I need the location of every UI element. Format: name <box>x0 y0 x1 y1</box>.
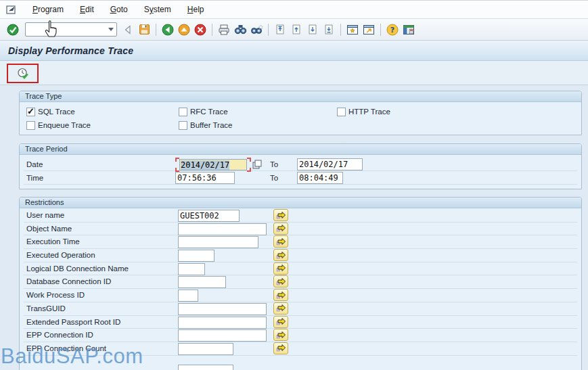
group-trace-period: Trace Period Date 2014/02/17 To <box>19 143 582 189</box>
enter-check-icon[interactable] <box>5 22 20 37</box>
time-label: Time <box>26 174 43 182</box>
execute-clock-check-icon[interactable] <box>14 66 32 81</box>
transguid-field[interactable] <box>178 303 267 315</box>
work-process-id-field[interactable] <box>178 290 198 302</box>
row-label: Logical DB Connection Name <box>26 264 129 273</box>
epp-connection-id-multi-select-button[interactable] <box>273 329 288 341</box>
date-to-label: To <box>270 160 278 168</box>
checkbox-item-http-trace: HTTP Trace <box>337 106 390 117</box>
group-trace-type-header: Trace Type <box>20 91 581 102</box>
sql-trace-checkbox[interactable] <box>26 108 35 116</box>
executed-operation-multi-select-button[interactable] <box>273 249 288 261</box>
date-to-field[interactable] <box>297 158 363 170</box>
object-name-field[interactable] <box>178 223 267 235</box>
last-page-icon[interactable] <box>321 22 336 37</box>
http-trace-checkbox[interactable] <box>337 108 346 116</box>
back-green-icon[interactable] <box>160 22 175 37</box>
command-field[interactable] <box>25 22 117 37</box>
control-menu-icon[interactable] <box>4 3 19 16</box>
transguid-multi-select-button[interactable] <box>273 302 288 315</box>
epp-connection-id-field[interactable] <box>178 329 267 342</box>
layout-icon[interactable] <box>401 22 416 37</box>
buffer-trace-checkbox[interactable] <box>179 121 187 130</box>
time-to-field[interactable] <box>297 172 343 184</box>
menu-edit[interactable]: Edit <box>72 3 102 16</box>
menu-bar: Program Edit Goto System Help <box>0 1 588 19</box>
checkbox-item-buffer-trace: Buffer Trace <box>179 120 232 131</box>
page-up-icon[interactable] <box>289 22 304 37</box>
previous-triangle-icon[interactable] <box>120 22 135 37</box>
sql-trace-label: SQL Trace <box>38 108 75 116</box>
restrictions-rows: User name Object Name Execution Time <box>20 209 581 356</box>
date-from-field[interactable]: 2014/02/17 <box>179 159 247 170</box>
partial-bottom-field[interactable] <box>178 365 233 370</box>
menu-help[interactable]: Help <box>179 3 212 16</box>
epp-connection-count-field[interactable] <box>178 343 233 355</box>
checkbox-item-rfc-trace: RFC Trace <box>179 106 228 117</box>
http-trace-label: HTTP Trace <box>348 108 390 116</box>
time-to-label: To <box>270 174 278 182</box>
date-from-focus: 2014/02/17 <box>175 158 251 172</box>
row-database-connection-id: Database Connection ID <box>24 275 577 289</box>
row-label: Execution Time <box>26 237 80 246</box>
executed-operation-field[interactable] <box>178 250 214 262</box>
row-epp-connection-id: EPP Connection ID <box>24 329 577 342</box>
extended-passport-root-id-field[interactable] <box>178 317 267 329</box>
row-label: Object Name <box>26 225 72 233</box>
user-name-multi-select-button[interactable] <box>273 209 288 221</box>
help-icon[interactable]: ? <box>385 22 400 37</box>
row-label: User name <box>26 211 64 219</box>
row-label: Extended Passport Root ID <box>26 318 120 326</box>
epp-connection-count-multi-select-button[interactable] <box>273 342 288 354</box>
command-dropdown-icon[interactable] <box>108 28 114 31</box>
new-session-icon[interactable] <box>345 22 360 37</box>
extended-passport-multi-select-button[interactable] <box>273 316 288 328</box>
date-picker-icon[interactable] <box>252 160 263 170</box>
standard-toolbar: ? <box>0 19 588 41</box>
page-down-icon[interactable] <box>305 22 320 37</box>
row-logical-db-connection-name: Logical DB Connection Name <box>24 262 577 276</box>
exit-up-icon[interactable] <box>177 22 191 37</box>
execution-time-field[interactable] <box>178 236 258 248</box>
find-binoculars-icon[interactable] <box>233 22 248 37</box>
database-connection-id-multi-select-button[interactable] <box>273 275 288 287</box>
execution-time-multi-select-button[interactable] <box>273 235 288 248</box>
row-execution-time: Execution Time <box>24 235 577 249</box>
main-area: Trace Type SQL Trace RFC Trace HTTP Trac… <box>0 85 588 370</box>
row-label: Work Process ID <box>26 291 85 299</box>
title-bar: Display Performance Trace <box>0 41 588 61</box>
save-floppy-icon[interactable] <box>137 22 152 37</box>
enqueue-trace-checkbox[interactable] <box>26 121 35 130</box>
menu-goto[interactable]: Goto <box>102 3 136 16</box>
hand-cursor-icon <box>43 20 59 41</box>
row-label: TransGUID <box>26 304 66 313</box>
page-title: Display Performance Trace <box>8 45 133 56</box>
find-next-icon[interactable] <box>249 22 264 37</box>
work-process-id-multi-select-button[interactable] <box>273 289 288 301</box>
watermark-text: BaiduSAP.com <box>1 344 143 369</box>
date-label: Date <box>26 160 43 168</box>
shortcut-icon[interactable] <box>361 22 376 37</box>
group-trace-type: Trace Type SQL Trace RFC Trace HTTP Trac… <box>19 91 582 135</box>
database-connection-id-field[interactable] <box>178 276 226 288</box>
user-name-field[interactable] <box>178 210 240 222</box>
menu-program[interactable]: Program <box>24 3 72 16</box>
date-row: Date 2014/02/17 To <box>24 158 577 171</box>
object-name-multi-select-button[interactable] <box>273 223 288 235</box>
row-object-name: Object Name <box>24 223 577 236</box>
cancel-red-icon[interactable] <box>193 22 208 37</box>
time-row: Time To <box>24 171 577 185</box>
svg-text:?: ? <box>390 26 394 34</box>
logical-db-connection-multi-select-button[interactable] <box>273 262 288 275</box>
rfc-trace-label: RFC Trace <box>190 108 228 116</box>
rfc-trace-checkbox[interactable] <box>179 108 187 116</box>
row-work-process-id: Work Process ID <box>24 289 577 302</box>
menu-system[interactable]: System <box>136 3 179 16</box>
time-from-field[interactable] <box>175 172 235 184</box>
logical-db-connection-name-field[interactable] <box>178 263 205 275</box>
checkbox-item-sql-trace: SQL Trace <box>26 106 75 117</box>
row-transguid: TransGUID <box>24 302 577 316</box>
row-user-name: User name <box>24 209 577 223</box>
first-page-icon[interactable] <box>273 22 288 37</box>
print-icon[interactable] <box>217 22 231 37</box>
